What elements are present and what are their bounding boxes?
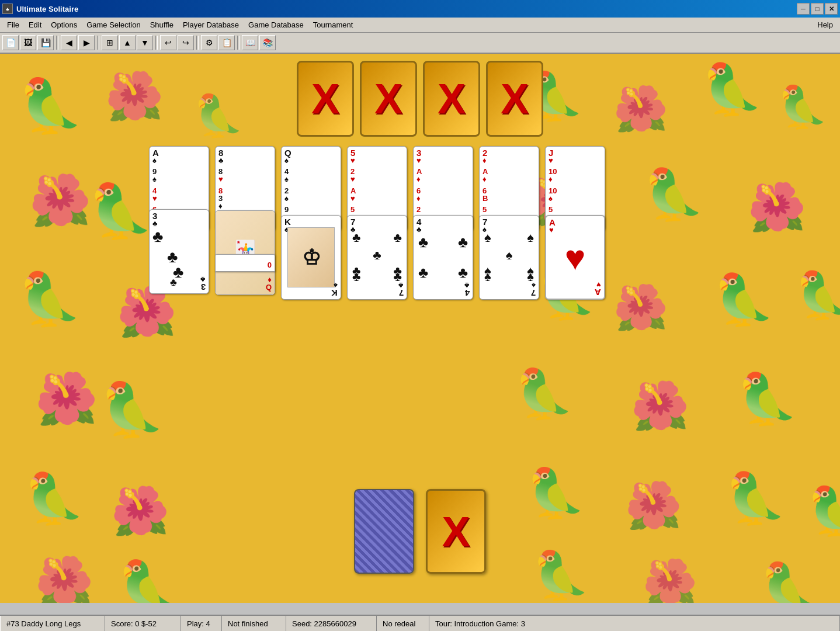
- svg-text:🦜: 🦜: [117, 557, 178, 603]
- menu-bar: File Edit Options Game Selection Shuffle…: [0, 18, 840, 33]
- svg-text:🌺: 🌺: [35, 553, 93, 603]
- svg-text:🦜: 🦜: [526, 465, 586, 522]
- svg-text:🌺: 🌺: [613, 282, 668, 334]
- menu-player-database[interactable]: Player Database: [178, 19, 244, 30]
- tb-save[interactable]: 💾: [37, 35, 54, 50]
- window-title: Ultimate Solitaire: [16, 5, 78, 13]
- svg-text:🌺: 🌺: [613, 83, 668, 135]
- tb-sep3: [155, 36, 158, 50]
- tb-sep1: [56, 36, 58, 50]
- svg-text:🌺: 🌺: [29, 171, 92, 230]
- tb-sep5: [237, 36, 239, 50]
- stock-deck[interactable]: [354, 489, 414, 574]
- toolbar: 📄 🖼 💾 ◀ ▶ ⊞ ▲ ▼ ↩ ↪ ⚙ 📋 📖 📚: [0, 33, 840, 54]
- status-seed: Seed: 2285660029: [286, 616, 377, 631]
- app-icon: ♠: [2, 4, 13, 14]
- tb-forward[interactable]: ▶: [78, 35, 95, 50]
- foundation-4[interactable]: X: [486, 61, 543, 137]
- status-finished: Not finished: [222, 616, 286, 631]
- tableau-column-7: J ♥ 10 ♦ 10 ♠ 5 ♣ A ♥ ♥ A ♥: [545, 146, 606, 356]
- svg-text:🦜: 🦜: [736, 370, 799, 429]
- svg-text:🦜: 🦜: [777, 83, 828, 131]
- svg-text:🦜: 🦜: [99, 379, 165, 441]
- card-0-diamonds-col2[interactable]: 0: [215, 254, 275, 272]
- menu-tournament[interactable]: Tournament: [308, 19, 358, 30]
- tb-select[interactable]: ⊞: [102, 35, 118, 50]
- title-bar: ♠ Ultimate Solitaire ─ □ ✕: [0, 0, 840, 18]
- svg-text:🦜: 🦜: [724, 469, 787, 528]
- status-bar: #73 Daddy Long Legs Score: 0 $-52 Play: …: [0, 615, 840, 631]
- menu-help[interactable]: Help: [813, 19, 838, 30]
- svg-text:🦜: 🦜: [18, 75, 84, 137]
- status-score: Score: 0 $-52: [105, 616, 181, 631]
- svg-text:🦜: 🦜: [713, 271, 775, 330]
- menu-game-database[interactable]: Game Database: [244, 19, 308, 30]
- close-button[interactable]: ✕: [825, 3, 838, 15]
- card-4-clubs[interactable]: 4 ♣ ♣ ♣ ♣ ♣ 4 ♣: [413, 215, 473, 300]
- card-face-card-col2[interactable]: 🃏 Q ♦: [215, 210, 275, 295]
- menu-options[interactable]: Options: [46, 19, 82, 30]
- tb-redo[interactable]: ↪: [178, 35, 194, 50]
- foundation-2[interactable]: X: [360, 61, 417, 137]
- tableau: A ♠ 9 ♠ 4 ♥ 6 ♥ 3 3 ♣ ♣ ♣ ♣ ♣ 3 ♣: [149, 146, 606, 356]
- tb-book[interactable]: 📚: [259, 35, 276, 50]
- svg-text:🌺: 🌺: [111, 483, 169, 539]
- status-tour: Tour: Introduction Game: 3: [429, 616, 840, 631]
- card-3-clubs[interactable]: 3 ♣ ♣ ♣ ♣ ♣ 3 ♣: [149, 209, 209, 294]
- tableau-column-5: 3 ♥ A ♦ 6 ♦ 2 ♥ 4 ♣ ♣ ♣ ♣ ♣ 4 ♣: [413, 146, 474, 333]
- card-A-hearts[interactable]: A ♥ ♥ A ♥: [545, 215, 605, 300]
- status-game-name: #73 Daddy Long Legs: [0, 616, 105, 631]
- tableau-column-1: A ♠ 9 ♠ 4 ♥ 6 ♥ 3 3 ♣ ♣ ♣ ♣ ♣ 3 ♣: [149, 146, 210, 321]
- svg-text:🌺: 🌺: [643, 556, 697, 603]
- svg-text:🌺: 🌺: [625, 479, 682, 533]
- card-K-spades[interactable]: K ♠ ♔ K ♠: [281, 215, 341, 300]
- svg-text:🦜: 🦜: [759, 559, 818, 603]
- svg-text:🦜: 🦜: [643, 165, 705, 224]
- svg-text:🌺: 🌺: [105, 68, 164, 124]
- tb-rules[interactable]: 📖: [242, 35, 258, 50]
- minimize-button[interactable]: ─: [797, 3, 810, 15]
- title-buttons: ─ □ ✕: [797, 3, 838, 15]
- maximize-button[interactable]: □: [811, 3, 824, 15]
- tb-open[interactable]: 🖼: [20, 35, 36, 50]
- tb-sep4: [196, 36, 199, 50]
- foundation-1[interactable]: X: [297, 61, 354, 137]
- tableau-column-6: 2 ♦ A ♦ 6 B 5 ♠ 7 ♠ ♠ ♠ ♠ ♠ ♠ ♠ ♠ 7 ♠: [479, 146, 540, 345]
- card-7-clubs[interactable]: 7 ♣ ♣ ♣ ♣ ♣ ♣ ♣ ♣ 7 ♣: [347, 215, 407, 300]
- title-left: ♠ Ultimate Solitaire: [2, 4, 78, 14]
- svg-text:🦜: 🦜: [794, 268, 840, 323]
- foundations: X X X X: [297, 61, 543, 137]
- svg-text:🦜: 🦜: [532, 547, 590, 603]
- tableau-column-3: Q ♠ 4 ♠ 2 ♠ 9 ♣ K ♠ ♔ K ♠: [281, 146, 342, 345]
- discard-pile[interactable]: X: [426, 489, 486, 574]
- menu-edit[interactable]: Edit: [24, 19, 46, 30]
- svg-text:🌺: 🌺: [631, 378, 689, 434]
- svg-text:🌺: 🌺: [35, 369, 98, 429]
- menu-game-selection[interactable]: Game Selection: [82, 19, 145, 30]
- svg-text:🦜: 🦜: [701, 60, 763, 119]
- tableau-column-4: 5 ♥ 2 ♥ A ♥ 5 ♦ 7 ♣ ♣ ♣ ♣ ♣ ♣ ♣ ♣ 7 ♣: [347, 146, 408, 333]
- game-area: 🦜 🌺 🦜 🦜 🌺 🦜 🦜 🌺 🦜 🌺 🦜 🌺 🦜 🌺 🦜 🌺 🦜 🦜 🌺 🦜 …: [0, 54, 840, 603]
- tb-sep2: [97, 36, 99, 50]
- svg-text:🦜: 🦜: [23, 470, 85, 528]
- tb-stats[interactable]: 📋: [218, 35, 235, 50]
- svg-text:🦜: 🦜: [806, 483, 840, 539]
- tb-back[interactable]: ◀: [61, 35, 77, 50]
- tb-new[interactable]: 📄: [2, 35, 19, 50]
- status-play: Play: 4: [181, 616, 222, 631]
- svg-text:🌺: 🌺: [748, 179, 806, 235]
- stock-area: X: [354, 489, 486, 574]
- tb-undo[interactable]: ↩: [160, 35, 176, 50]
- status-redeal: No redeal: [377, 616, 429, 631]
- foundation-3[interactable]: X: [423, 61, 480, 137]
- tb-up[interactable]: ▲: [119, 35, 136, 50]
- tb-options[interactable]: ⚙: [201, 35, 217, 50]
- svg-text:🦜: 🦜: [88, 180, 154, 242]
- menu-shuffle[interactable]: Shuffle: [145, 19, 178, 30]
- menu-file[interactable]: File: [2, 19, 24, 30]
- svg-text:🦜: 🦜: [18, 269, 82, 330]
- card-7-spades[interactable]: 7 ♠ ♠ ♠ ♠ ♠ ♠ ♠ ♠ 7 ♠: [479, 215, 539, 300]
- svg-text:🦜: 🦜: [514, 366, 574, 422]
- svg-text:🦜: 🦜: [193, 92, 244, 140]
- tb-down[interactable]: ▼: [137, 35, 153, 50]
